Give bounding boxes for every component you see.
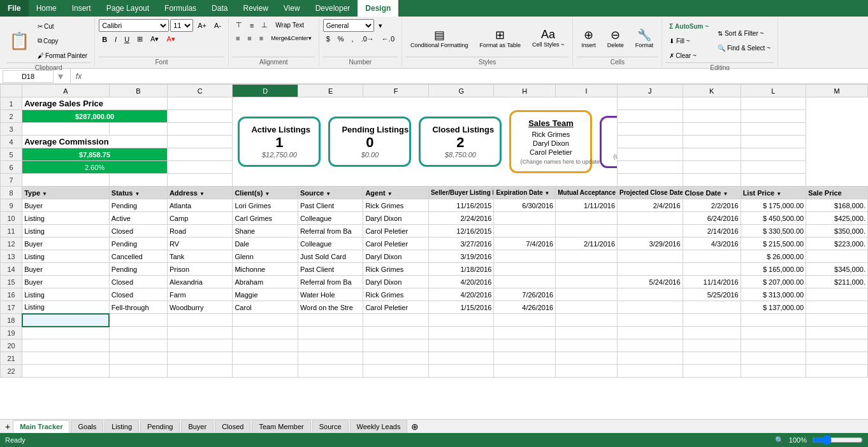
avg-commission-pct[interactable]: 2.60%	[22, 161, 168, 174]
cell-expiration-11[interactable]	[494, 225, 556, 238]
cell-mutual-12[interactable]: 2/11/2016	[556, 238, 618, 250]
cell-sale-price-10[interactable]: $425,000.	[806, 212, 868, 225]
col-header-e[interactable]: E	[298, 85, 363, 97]
font-size-select[interactable]: 11	[170, 19, 193, 32]
col-source-header[interactable]: Source ▼	[298, 187, 363, 199]
cell-status-9[interactable]: Pending	[109, 199, 167, 212]
tab-insert[interactable]: Insert	[64, 0, 99, 17]
col-header-h[interactable]: H	[494, 85, 556, 97]
cell-projected-13[interactable]	[618, 250, 683, 263]
cell-list-price-17[interactable]: $ 137,000.00	[741, 301, 806, 314]
cell-list-price-14[interactable]: $ 165,000.00	[741, 263, 806, 276]
cell-status-11[interactable]: Closed	[109, 225, 167, 238]
cell-expiration-9[interactable]: 6/30/2016	[494, 199, 556, 212]
cell-c5[interactable]	[167, 148, 233, 161]
cell-m5[interactable]	[741, 148, 806, 161]
cell-listing-date-9[interactable]: 11/16/2015	[428, 199, 494, 212]
cell-expiration-10[interactable]	[494, 212, 556, 225]
cell-list-price-9[interactable]: $ 175,000.00	[741, 199, 806, 212]
decrease-font-button[interactable]: A-	[211, 20, 224, 31]
sort-filter-button[interactable]: ⇅ Sort & Filter ~	[714, 27, 774, 41]
col-header-d[interactable]: D	[233, 85, 298, 97]
cell-source-16[interactable]: Water Hole	[298, 288, 363, 301]
copy-button[interactable]: ⧉ Copy	[34, 34, 90, 48]
cell-status-16[interactable]: Closed	[109, 288, 167, 301]
align-bottom-button[interactable]: ⊥	[258, 19, 271, 31]
cell-agent-13[interactable]: Daryl Dixon	[363, 250, 429, 263]
cell-m4[interactable]	[741, 136, 806, 148]
cell-clients-11[interactable]: Shane	[233, 225, 298, 238]
cell-b7[interactable]	[109, 174, 167, 187]
cell-type-16[interactable]: Listing	[22, 288, 110, 301]
currency-button[interactable]: $	[323, 33, 333, 45]
cell-k1[interactable]	[618, 97, 683, 110]
cell-source-15[interactable]: Referral from Ba	[298, 276, 363, 288]
fill-button[interactable]: ⬇ Fill ~	[666, 34, 712, 48]
tab-design[interactable]: Design	[358, 0, 398, 17]
cell-address-12[interactable]: RV	[167, 238, 233, 250]
cell-close-date-9[interactable]: 2/2/2016	[683, 199, 741, 212]
align-middle-button[interactable]: ≡	[247, 19, 257, 31]
cell-c2[interactable]	[167, 110, 233, 123]
avg-sales-price-value[interactable]: $287,000.00	[22, 110, 168, 123]
cell-m1[interactable]	[741, 97, 806, 110]
clear-button[interactable]: ✗ Clear ~	[666, 48, 712, 62]
cell-mutual-9[interactable]: 1/11/2016	[556, 199, 618, 212]
cell-status-10[interactable]: Active	[109, 212, 167, 225]
cell-expiration-13[interactable]	[494, 250, 556, 263]
col-header-i[interactable]: I	[556, 85, 618, 97]
cell-listing-date-15[interactable]: 4/20/2016	[428, 276, 494, 288]
cell-close-date-17[interactable]	[683, 301, 741, 314]
decrease-decimal-button[interactable]: ←.0	[379, 33, 398, 45]
cell-clients-13[interactable]: Glenn	[233, 250, 298, 263]
percent-button[interactable]: %	[335, 33, 347, 45]
tab-data[interactable]: Data	[204, 0, 235, 17]
cell-address-15[interactable]: Alexandria	[167, 276, 233, 288]
cell-listing-date-10[interactable]: 2/24/2016	[428, 212, 494, 225]
cell-projected-15[interactable]: 5/24/2016	[618, 276, 683, 288]
cell-k2[interactable]	[618, 110, 683, 123]
cell-clients-12[interactable]: Dale	[233, 238, 298, 250]
increase-font-button[interactable]: A+	[194, 20, 210, 31]
cell-clients-9[interactable]: Lori Grimes	[233, 199, 298, 212]
cell-m7[interactable]	[741, 174, 806, 187]
cell-close-date-11[interactable]: 2/14/2016	[683, 225, 741, 238]
tab-file[interactable]: File	[0, 0, 29, 17]
col-header-j[interactable]: J	[618, 85, 683, 97]
col-sale-price-header[interactable]: Sale Price	[806, 187, 868, 199]
cell-agent-10[interactable]: Daryl Dixon	[363, 212, 429, 225]
col-list-price-header[interactable]: List Price ▼	[741, 187, 806, 199]
cell-agent-14[interactable]: Rick Grimes	[363, 263, 429, 276]
cell-list-price-12[interactable]: $ 215,500.00	[741, 238, 806, 250]
align-right-button[interactable]: ≡	[256, 32, 266, 44]
cell-list-price-10[interactable]: $ 450,500.00	[741, 212, 806, 225]
cell-b3[interactable]	[109, 123, 167, 136]
cell-address-14[interactable]: Prison	[167, 263, 233, 276]
cell-type-15[interactable]: Buyer	[22, 276, 110, 288]
col-header-b[interactable]: B	[109, 85, 167, 97]
formula-input[interactable]	[84, 70, 865, 83]
increase-decimal-button[interactable]: .0→	[358, 33, 377, 45]
cell-expiration-12[interactable]: 7/4/2016	[494, 238, 556, 250]
cell-l4[interactable]	[683, 136, 741, 148]
col-mutual-header[interactable]: Mutual Acceptance ▼	[556, 187, 618, 199]
cell-projected-10[interactable]	[618, 212, 683, 225]
cell-source-17[interactable]: Word on the Stre	[298, 301, 363, 314]
cell-projected-17[interactable]	[618, 301, 683, 314]
cell-type-17[interactable]: Listing	[22, 301, 110, 314]
cell-type-9[interactable]: Buyer	[22, 199, 110, 212]
bold-button[interactable]: B	[99, 34, 110, 45]
cell-styles-button[interactable]: Aa Cell Styles ~	[528, 25, 568, 51]
tab-formulas[interactable]: Formulas	[157, 0, 204, 17]
cell-list-price-11[interactable]: $ 330,500.00	[741, 225, 806, 238]
col-type-header[interactable]: Type ▼	[22, 187, 110, 199]
cell-projected-14[interactable]	[618, 263, 683, 276]
cell-sale-price-16[interactable]	[806, 288, 868, 301]
col-address-header[interactable]: Address ▼	[167, 187, 233, 199]
cell-l7[interactable]	[683, 174, 741, 187]
cell-close-date-13[interactable]	[683, 250, 741, 263]
cell-source-13[interactable]: Just Sold Card	[298, 250, 363, 263]
col-listing-date-header[interactable]: Seller/Buyer Listing Date ▼	[428, 187, 494, 199]
format-button[interactable]: 🔧 Format	[631, 25, 658, 52]
cell-expiration-16[interactable]: 7/26/2016	[494, 288, 556, 301]
